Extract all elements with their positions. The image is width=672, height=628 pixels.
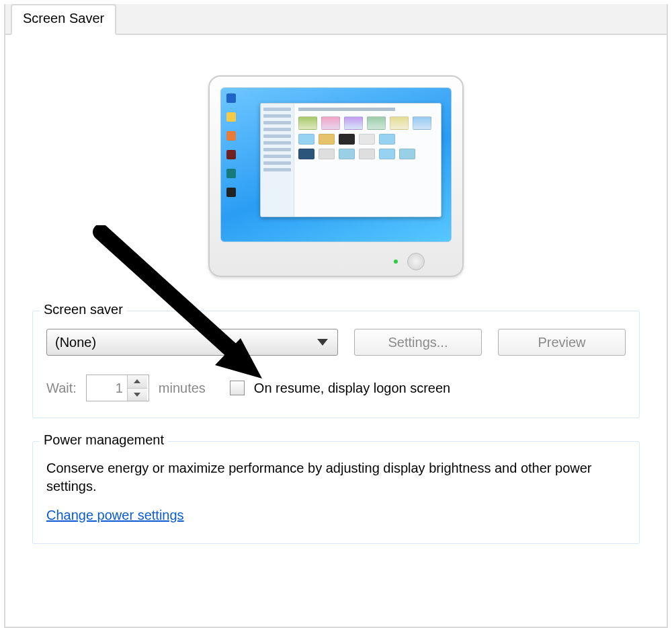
monitor-preview bbox=[32, 75, 640, 277]
wait-input[interactable] bbox=[87, 375, 127, 401]
wait-spinner[interactable] bbox=[86, 375, 149, 401]
monitor-frame bbox=[208, 75, 464, 277]
screensaver-dropdown-value: (None) bbox=[55, 335, 96, 350]
screensaver-legend: Screen saver bbox=[40, 302, 127, 317]
power-management-group: Power management Conserve energy or maxi… bbox=[32, 441, 640, 544]
power-description: Conserve energy or maximize performance … bbox=[46, 459, 626, 496]
tab-screen-saver[interactable]: Screen Saver bbox=[11, 4, 116, 35]
screensaver-dropdown[interactable]: (None) bbox=[46, 329, 338, 356]
monitor-screen bbox=[220, 87, 452, 242]
power-led-icon bbox=[394, 260, 398, 264]
preview-button-label: Preview bbox=[538, 335, 585, 350]
settings-button[interactable]: Settings... bbox=[354, 329, 482, 356]
power-legend: Power management bbox=[40, 432, 168, 448]
tab-strip: Screen Saver bbox=[5, 4, 667, 35]
wait-spin-down[interactable] bbox=[128, 388, 147, 401]
wait-spin-up[interactable] bbox=[128, 375, 147, 388]
chevron-down-icon bbox=[317, 339, 328, 346]
change-power-settings-link[interactable]: Change power settings bbox=[46, 508, 184, 523]
screensaver-group: Screen saver (None) Settings... Preview … bbox=[32, 311, 640, 418]
wait-unit: minutes bbox=[159, 381, 206, 396]
dialog-panel: Screen Saver bbox=[4, 4, 668, 628]
resume-label: On resume, display logon screen bbox=[254, 381, 450, 396]
resume-checkbox[interactable] bbox=[230, 381, 245, 395]
preview-button[interactable]: Preview bbox=[498, 329, 626, 356]
tab-label: Screen Saver bbox=[23, 11, 104, 26]
power-button-icon bbox=[407, 253, 425, 270]
tab-content: Screen saver (None) Settings... Preview … bbox=[5, 35, 667, 627]
wait-label: Wait: bbox=[46, 381, 77, 396]
settings-button-label: Settings... bbox=[388, 335, 448, 350]
desktop-icons bbox=[226, 93, 236, 197]
change-power-settings-label: Change power settings bbox=[46, 508, 184, 522]
